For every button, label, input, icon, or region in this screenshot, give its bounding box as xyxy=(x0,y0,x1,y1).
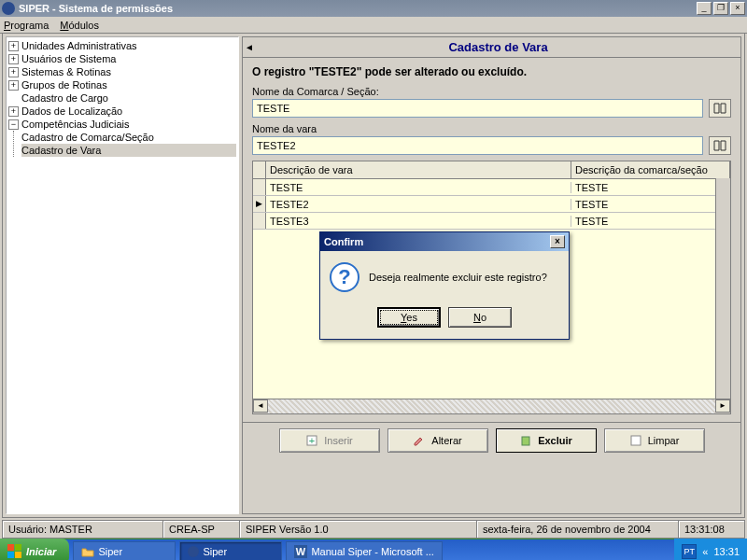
expand-icon[interactable]: + xyxy=(8,41,19,51)
grid-row[interactable]: TESTE3 TESTE xyxy=(253,213,730,230)
tree-label[interactable]: Usuários de Sistema xyxy=(21,53,117,64)
taskbar-item[interactable]: W Manual Siper - Microsoft ... xyxy=(286,541,442,560)
tray-arrows[interactable]: « xyxy=(702,546,708,557)
tree-label[interactable]: Dados de Localização xyxy=(21,105,122,117)
language-indicator[interactable]: PT xyxy=(682,544,697,559)
tree-node: +Grupos de Rotinas xyxy=(8,78,236,91)
button-label: Inserir xyxy=(324,435,353,446)
start-button[interactable]: Iniciar xyxy=(0,539,69,560)
comarca-input[interactable] xyxy=(252,99,703,118)
grid-scrollbar-horizontal[interactable]: ◄ ► xyxy=(253,399,730,413)
svg-rect-5 xyxy=(15,544,21,551)
grid-header: Descrição de vara Descrição da comarca/s… xyxy=(253,161,730,179)
restore-button[interactable]: ❐ xyxy=(713,2,728,15)
window-title: SIPER - Sistema de permissões xyxy=(19,3,695,14)
action-toolbar: + Inserir Alterar Excluir Limpar xyxy=(243,422,740,458)
folder-icon xyxy=(81,546,94,557)
taskbar-label: Manual Siper - Microsoft ... xyxy=(311,546,433,557)
tree-child-selected: Cadastro de Vara xyxy=(21,144,236,157)
yes-button[interactable]: Yes xyxy=(377,307,441,328)
svg-text:+: + xyxy=(309,435,315,446)
panel-header: ◄ Cadastro de Vara xyxy=(243,37,740,58)
no-button[interactable]: No xyxy=(448,307,512,328)
scroll-right-icon[interactable]: ► xyxy=(715,399,730,413)
tree-node: +Dados de Localização xyxy=(8,105,236,118)
tree-node: Cadastro de Cargo xyxy=(8,91,236,105)
menu-programa[interactable]: PProgramarograma xyxy=(4,20,49,31)
status-org: CREA-SP xyxy=(163,521,240,538)
app-icon xyxy=(188,546,199,557)
inserir-button[interactable]: + Inserir xyxy=(279,428,380,453)
scroll-track[interactable] xyxy=(268,399,715,413)
tree-label[interactable]: Unidades Administrativas xyxy=(21,40,137,51)
question-icon: ? xyxy=(330,262,359,292)
button-label: Alterar xyxy=(431,435,461,446)
taskbar-item-active[interactable]: Siper xyxy=(179,541,282,560)
edit-icon xyxy=(413,434,426,447)
confirm-dialog: Confirm × ? Deseja realmente excluir est… xyxy=(319,231,570,340)
grid-scrollbar-vertical[interactable] xyxy=(715,178,730,399)
expand-icon[interactable]: + xyxy=(8,80,19,91)
tree-label[interactable]: Cadastro de Cargo xyxy=(21,92,108,104)
expand-icon[interactable]: + xyxy=(8,54,19,64)
taskbar-label: Siper xyxy=(98,546,122,557)
svg-text:W: W xyxy=(296,546,306,557)
dialog-titlebar: Confirm × xyxy=(320,232,569,251)
tree-child: Cadastro de Comarca/Seção xyxy=(21,131,236,144)
status-time: 13:31:08 xyxy=(679,521,744,538)
svg-rect-6 xyxy=(7,552,14,558)
windows-icon xyxy=(7,544,22,559)
lookup-button[interactable] xyxy=(709,136,731,155)
tree-node: +Sistemas & Rotinas xyxy=(8,65,236,78)
svg-rect-2 xyxy=(522,437,529,445)
limpar-button[interactable]: Limpar xyxy=(604,428,705,453)
menu-modulos[interactable]: Módulos xyxy=(60,20,99,31)
grid-row[interactable]: TESTE TESTE xyxy=(253,179,730,196)
close-button[interactable]: × xyxy=(730,2,745,15)
lookup-button[interactable] xyxy=(709,99,731,118)
book-icon xyxy=(713,140,726,151)
cell-vara: TESTE2 xyxy=(266,199,571,210)
svg-rect-4 xyxy=(7,544,14,551)
plus-icon: + xyxy=(305,434,318,447)
status-message: O registro "TESTE2" pode ser alterado ou… xyxy=(252,65,731,78)
cell-vara: TESTE3 xyxy=(266,216,571,227)
tree-node: −Competências Judiciais xyxy=(8,118,236,131)
taskbar-item[interactable]: Siper xyxy=(73,541,176,560)
app-icon xyxy=(2,2,15,15)
grid-row-selected[interactable]: ▶ TESTE2 TESTE xyxy=(253,196,730,213)
vara-input[interactable] xyxy=(252,136,703,155)
nav-tree[interactable]: +Unidades Administrativas +Usuários de S… xyxy=(6,36,239,514)
status-user: Usuário: MASTER xyxy=(3,521,163,538)
excluir-button[interactable]: Excluir xyxy=(496,428,597,453)
tree-label[interactable]: Sistemas & Rotinas xyxy=(21,66,111,77)
expand-icon[interactable]: + xyxy=(8,106,19,117)
grid-col-comarca[interactable]: Descrição da comarca/seção xyxy=(571,161,730,178)
clear-icon xyxy=(629,434,642,447)
back-icon[interactable]: ◄ xyxy=(243,42,256,52)
alterar-button[interactable]: Alterar xyxy=(388,428,488,453)
book-icon xyxy=(713,103,726,114)
grid-marker-col xyxy=(253,161,266,178)
taskbar: Iniciar Siper Siper W Manual Siper - Mic… xyxy=(0,539,747,560)
tree-node: +Usuários de Sistema xyxy=(8,52,236,65)
tree-label[interactable]: Cadastro de Vara xyxy=(21,145,101,156)
cell-comarca: TESTE xyxy=(571,199,730,210)
row-marker xyxy=(253,179,266,195)
tree-label[interactable]: Competências Judiciais xyxy=(21,119,130,130)
grid-col-vara[interactable]: Descrição de vara xyxy=(266,161,571,178)
dialog-close-button[interactable]: × xyxy=(550,235,565,248)
minimize-button[interactable]: _ xyxy=(697,2,712,15)
scroll-left-icon[interactable]: ◄ xyxy=(253,399,268,413)
window-titlebar: SIPER - Sistema de permissões _ ❐ × xyxy=(0,0,747,17)
tree-label[interactable]: Grupos de Rotinas xyxy=(21,79,107,91)
dialog-message: Deseja realmente excluir este registro? xyxy=(369,272,547,283)
tree-node: +Unidades Administrativas xyxy=(8,39,236,52)
expand-icon[interactable]: + xyxy=(8,67,19,77)
collapse-icon[interactable]: − xyxy=(8,119,19,130)
tree-label[interactable]: Cadastro de Comarca/Seção xyxy=(21,132,154,143)
svg-rect-7 xyxy=(15,552,21,558)
system-tray: PT « 13:31 xyxy=(674,539,747,560)
dialog-title: Confirm xyxy=(324,236,363,247)
status-version: SIPER Versão 1.0 xyxy=(240,521,477,538)
